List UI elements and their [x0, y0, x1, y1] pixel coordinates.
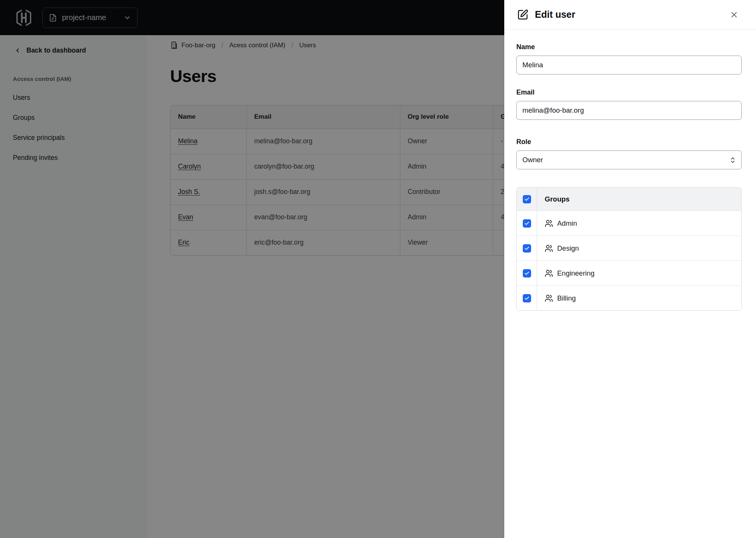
name-field-label: Name	[516, 43, 742, 51]
email-field-group: Email	[516, 88, 742, 120]
role-select[interactable]: Owner	[516, 150, 742, 169]
group-label: Admin	[557, 219, 577, 228]
group-label: Billing	[557, 294, 576, 302]
group-row-design: Design	[517, 236, 741, 260]
email-field-label: Email	[516, 88, 742, 96]
name-field[interactable]	[516, 56, 742, 74]
edit-user-drawer: Edit user Name Email Role Owner	[504, 0, 756, 538]
group-row-engineering: Engineering	[517, 260, 741, 285]
groups-header-row: Groups	[517, 188, 741, 211]
check-icon	[524, 221, 530, 226]
close-drawer-button[interactable]	[730, 10, 739, 20]
select-all-groups-checkbox[interactable]	[523, 195, 531, 203]
group-row-billing: Billing	[517, 285, 741, 310]
role-field-group: Role Owner	[516, 138, 742, 169]
group-checkbox-design[interactable]	[523, 244, 531, 253]
check-icon	[524, 271, 530, 276]
close-icon	[730, 10, 739, 19]
role-field-label: Role	[516, 138, 742, 146]
group-checkbox-engineering[interactable]	[523, 269, 531, 278]
check-icon	[524, 197, 530, 202]
groups-header-label: Groups	[545, 195, 570, 203]
users-group-icon	[545, 269, 553, 278]
check-icon	[524, 296, 530, 301]
drawer-title: Edit user	[535, 9, 575, 20]
role-select-value: Owner	[522, 156, 543, 164]
users-group-icon	[545, 244, 553, 253]
users-group-icon	[545, 294, 553, 302]
email-field[interactable]	[516, 101, 742, 120]
drawer-body: Name Email Role Owner	[504, 29, 756, 311]
users-group-icon	[545, 219, 553, 228]
groups-checklist: Groups Admin	[516, 187, 742, 311]
drawer-header: Edit user	[504, 0, 756, 29]
select-chevrons-icon	[729, 157, 736, 164]
check-icon	[524, 246, 530, 251]
group-label: Design	[557, 244, 579, 253]
group-checkbox-billing[interactable]	[523, 294, 531, 302]
edit-pencil-icon	[517, 9, 528, 20]
group-label: Engineering	[557, 269, 595, 278]
group-row-admin: Admin	[517, 211, 741, 236]
group-checkbox-admin[interactable]	[523, 219, 531, 228]
name-field-group: Name	[516, 43, 742, 74]
